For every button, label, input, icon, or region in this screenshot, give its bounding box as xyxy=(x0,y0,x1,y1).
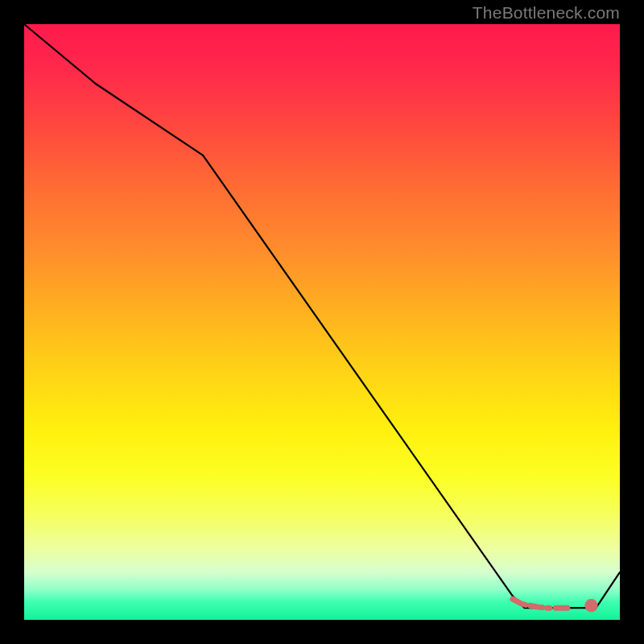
chart-dashed-band xyxy=(513,599,598,612)
chart-marker-dot xyxy=(584,599,597,612)
chart-dash-segment xyxy=(530,605,536,606)
watermark-text: TheBottleneck.com xyxy=(473,3,620,23)
chart-svg xyxy=(24,24,620,620)
chart-plot-area xyxy=(24,24,620,620)
chart-dash-segment xyxy=(524,605,526,605)
chart-main-curve xyxy=(24,24,620,608)
chart-dash-segment xyxy=(513,599,521,603)
